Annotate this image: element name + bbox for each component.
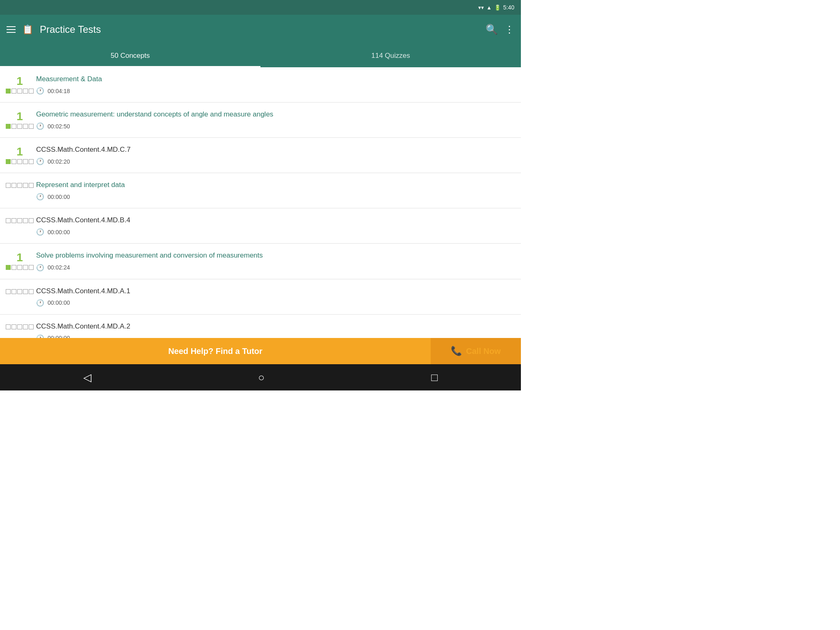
star-empty — [23, 324, 28, 329]
star-empty — [17, 183, 22, 188]
app-title-icon: 📋 — [22, 24, 33, 35]
list-item[interactable]: CCSS.Math.Content.4.MD.A.1 🕐 00:00:00 — [0, 279, 521, 315]
star-empty — [17, 124, 22, 129]
star-filled — [6, 89, 11, 94]
time-value: 00:02:24 — [48, 264, 70, 271]
star-empty — [23, 159, 28, 164]
item-left: 1 — [3, 251, 36, 270]
item-left — [3, 216, 36, 223]
item-left — [3, 287, 36, 294]
star-empty — [11, 183, 16, 188]
clock-icon: 🕐 — [36, 87, 44, 95]
clock-icon: 🕐 — [36, 193, 44, 201]
tab-bar: 50 Concepts 114 Quizzes — [0, 44, 521, 67]
star-empty — [6, 218, 11, 223]
star-empty — [29, 89, 34, 94]
item-title: Represent and interpret data — [36, 180, 514, 189]
item-right: Geometric measurement: understand concep… — [36, 110, 514, 130]
item-number: 1 — [16, 111, 23, 122]
signal-icon: ▲ — [486, 5, 492, 11]
banner-help-text[interactable]: Need Help? Find a Tutor — [0, 338, 431, 364]
item-left: 1 — [3, 145, 36, 164]
star-empty — [23, 89, 28, 94]
item-time: 🕐 00:00:00 — [36, 193, 514, 201]
item-title: Geometric measurement: understand concep… — [36, 110, 514, 119]
item-left: 1 — [3, 75, 36, 94]
back-button[interactable]: ◁ — [83, 371, 91, 384]
item-right: Represent and interpret data 🕐 00:00:00 — [36, 180, 514, 201]
item-title: Solve problems involving measurement and… — [36, 251, 514, 260]
item-time: 🕐 00:02:24 — [36, 264, 514, 272]
star-empty — [29, 265, 34, 270]
phone-icon: 📞 — [451, 346, 462, 356]
clock-icon: 🕐 — [36, 264, 44, 272]
list-item[interactable]: 1 Measurement & Data 🕐 00:04:18 — [0, 67, 521, 103]
search-button[interactable]: 🔍 — [486, 24, 498, 35]
star-filled — [6, 159, 11, 164]
app-bar-left: 📋 Practice Tests — [7, 24, 101, 35]
clock-icon: 🕐 — [36, 158, 44, 165]
menu-button[interactable] — [7, 26, 16, 33]
list-item[interactable]: CCSS.Math.Content.4.MD.B.4 🕐 00:00:00 — [0, 208, 521, 244]
list-item[interactable]: CCSS.Math.Content.4.MD.A.2 🕐 00:00:00 — [0, 315, 521, 338]
item-number: 1 — [16, 146, 23, 158]
star-empty — [11, 289, 16, 294]
star-row — [6, 89, 34, 94]
clock-icon: 🕐 — [36, 334, 44, 338]
star-empty — [29, 124, 34, 129]
star-row — [6, 183, 34, 188]
time-value: 00:02:20 — [48, 158, 70, 165]
item-left — [3, 180, 36, 188]
star-empty — [29, 218, 34, 223]
item-title: CCSS.Math.Content.4.MD.A.1 — [36, 287, 514, 296]
star-row — [6, 289, 34, 294]
time-value: 00:04:18 — [48, 88, 70, 94]
star-empty — [11, 124, 16, 129]
star-empty — [11, 265, 16, 270]
home-button[interactable]: ○ — [258, 371, 265, 384]
tab-114-quizzes[interactable]: 114 Quizzes — [260, 44, 521, 67]
star-filled — [6, 124, 11, 129]
item-time: 🕐 00:02:20 — [36, 158, 514, 165]
item-right: CCSS.Math.Content.4.MD.A.2 🕐 00:00:00 — [36, 322, 514, 338]
star-empty — [17, 89, 22, 94]
star-empty — [11, 159, 16, 164]
item-time: 🕐 00:00:00 — [36, 299, 514, 307]
star-empty — [23, 124, 28, 129]
item-left: 1 — [3, 110, 36, 129]
star-filled — [6, 265, 11, 270]
item-time: 🕐 00:00:00 — [36, 228, 514, 236]
list-item[interactable]: Represent and interpret data 🕐 00:00:00 — [0, 173, 521, 208]
star-empty — [23, 218, 28, 223]
more-button[interactable]: ⋮ — [504, 24, 514, 35]
clock-icon: 🕐 — [36, 122, 44, 130]
battery-icon: 🔋 — [494, 5, 501, 11]
tab-50-concepts[interactable]: 50 Concepts — [0, 44, 260, 67]
list-item[interactable]: 1 Geometric measurement: understand conc… — [0, 103, 521, 138]
time-value: 00:00:00 — [48, 335, 70, 338]
item-right: CCSS.Math.Content.4.MD.C.7 🕐 00:02:20 — [36, 145, 514, 165]
call-now-button[interactable]: 📞 Call Now — [431, 338, 521, 364]
star-empty — [29, 183, 34, 188]
star-row — [6, 159, 34, 164]
bottom-banner: Need Help? Find a Tutor 📞 Call Now — [0, 338, 521, 364]
item-right: Measurement & Data 🕐 00:04:18 — [36, 75, 514, 95]
star-empty — [6, 324, 11, 329]
app-bar-right: 🔍 ⋮ — [486, 24, 514, 35]
item-title: Measurement & Data — [36, 75, 514, 84]
status-icons: ▾▾ ▲ 🔋 5:40 — [478, 4, 514, 11]
list-item[interactable]: 1 CCSS.Math.Content.4.MD.C.7 🕐 00:02:20 — [0, 138, 521, 173]
star-empty — [6, 183, 11, 188]
list-item[interactable]: 1 Solve problems involving measurement a… — [0, 244, 521, 279]
star-row — [6, 265, 34, 270]
star-empty — [29, 289, 34, 294]
star-empty — [17, 289, 22, 294]
recent-button[interactable]: □ — [431, 371, 438, 384]
star-empty — [23, 265, 28, 270]
item-time: 🕐 00:00:00 — [36, 334, 514, 338]
star-empty — [17, 218, 22, 223]
nav-bar: ◁ ○ □ — [0, 364, 521, 390]
item-title: CCSS.Math.Content.4.MD.A.2 — [36, 322, 514, 331]
star-row — [6, 218, 34, 223]
item-time: 🕐 00:04:18 — [36, 87, 514, 95]
